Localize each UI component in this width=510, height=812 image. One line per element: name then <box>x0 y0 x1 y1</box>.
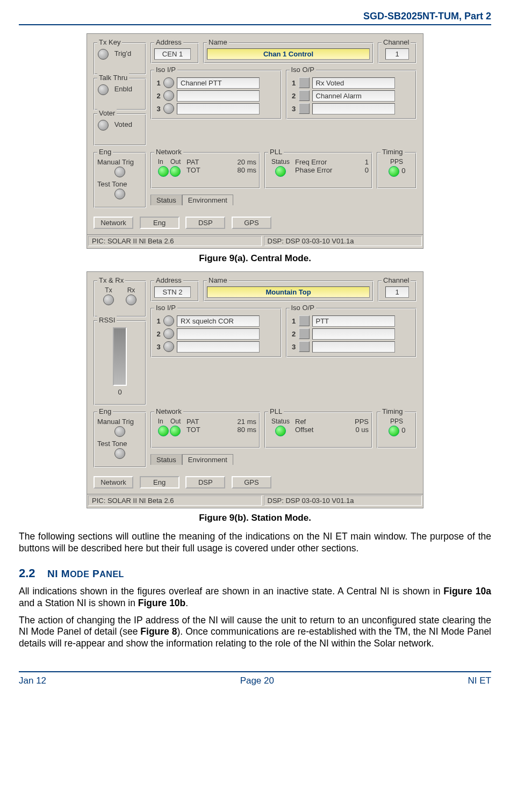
address-title-b: Address <box>154 276 183 284</box>
isoip-b-num3: 3 <box>154 343 163 351</box>
address-value-b: STN 2 <box>154 286 191 298</box>
channel-title-b: Channel <box>382 276 411 284</box>
isoop-b-val3 <box>312 341 395 353</box>
paragraph-3: The action of changing the IP address of… <box>19 615 491 650</box>
isoop-led3 <box>299 103 310 114</box>
figure-b-caption: Figure 9(b). Station Mode. <box>19 513 491 523</box>
tx-led <box>103 294 114 305</box>
network-title: Network <box>154 148 183 156</box>
isoip-num2: 2 <box>154 92 163 100</box>
pll-title: PLL <box>268 148 284 156</box>
network-title-b: Network <box>154 407 183 415</box>
isoop-b-val2 <box>312 328 395 340</box>
btn-dsp-b[interactable]: DSP <box>185 476 225 488</box>
btn-gps[interactable]: GPS <box>232 217 271 229</box>
txkey-label: Trig'd <box>114 49 132 58</box>
timing-val: 0 <box>401 167 405 175</box>
timing-title-b: Timing <box>380 407 405 415</box>
eng-mt-b: Manual Trig <box>97 418 142 426</box>
net-tot-lbl: TOT <box>186 166 200 174</box>
isoop-num1: 1 <box>290 79 298 87</box>
isoip-b-num2: 2 <box>154 330 163 338</box>
isoip-val1: Channel PTT <box>177 77 260 89</box>
timing-led <box>389 166 399 177</box>
isoop-b-led3 <box>299 341 310 352</box>
net-pat-val-b: 21 ms <box>238 418 256 426</box>
isoip-title-b: Iso I/P <box>154 304 177 312</box>
btn-network-b[interactable]: Network <box>94 476 133 488</box>
txkey-title: Tx Key <box>97 38 122 46</box>
tx-lbl: Tx <box>103 286 114 294</box>
isoop-num3: 3 <box>290 105 298 113</box>
figure-b-window: Tx & Rx Tx Rx RSSI 0 <box>87 271 423 508</box>
isoop-num2: 2 <box>290 92 298 100</box>
tab-environment[interactable]: Environment <box>182 195 233 205</box>
talkthru-title: Talk Thru <box>97 74 129 82</box>
tab-status[interactable]: Status <box>150 195 182 205</box>
timing-led-b <box>389 426 399 436</box>
eng-test-tone: Test Tone <box>97 180 142 188</box>
pll-status-lbl: Status <box>268 158 293 166</box>
isoop-led2 <box>299 90 310 101</box>
tab-status-b[interactable]: Status <box>150 454 182 465</box>
section-title: NI MODE PANEL <box>47 568 124 579</box>
net-pat-val: 20 ms <box>238 158 256 166</box>
voter-label: Voted <box>114 120 132 128</box>
isoip-b-led1 <box>163 315 174 326</box>
txkey-led <box>98 49 109 60</box>
isoop-b-val1: PTT <box>312 315 395 327</box>
isoip-num3: 3 <box>154 105 163 113</box>
eng-title-b: Eng <box>97 407 113 415</box>
footer-center: Page 20 <box>240 676 274 686</box>
pll-l2-b: Offset <box>295 426 313 434</box>
net-out-lbl: Out <box>170 158 181 166</box>
footer-right: NI ET <box>468 676 491 686</box>
isoip-val2 <box>177 90 260 102</box>
net-tot-val: 80 ms <box>238 166 256 174</box>
btn-network[interactable]: Network <box>94 217 133 229</box>
isoop-val3 <box>312 103 395 114</box>
isoop-led1 <box>299 77 310 88</box>
btn-gps-b[interactable]: GPS <box>232 476 271 488</box>
address-value: CEN 1 <box>154 48 191 60</box>
pll-v1-b: PPS <box>355 418 369 426</box>
isoop-b-num2: 2 <box>290 330 298 338</box>
btn-eng[interactable]: Eng <box>140 217 179 229</box>
eng-title: Eng <box>97 148 113 156</box>
name-title: Name <box>207 38 229 46</box>
name-value-b: Mountain Top <box>207 286 370 298</box>
net-out-led-b <box>170 426 181 436</box>
isoip-b-val2 <box>177 328 260 340</box>
isoip-led3 <box>163 103 174 114</box>
eng-tt-led[interactable] <box>114 189 125 199</box>
timing-pps-lbl: PPS <box>380 158 413 166</box>
rx-led <box>126 294 137 305</box>
tab-environment-b[interactable]: Environment <box>182 454 233 465</box>
rssi-bar <box>113 327 127 386</box>
eng-mt-led[interactable] <box>114 167 125 177</box>
eng-tt-led-b[interactable] <box>114 448 125 459</box>
net-tot-lbl-b: TOT <box>186 426 200 434</box>
net-in-led <box>158 166 169 177</box>
talkthru-led <box>98 84 109 95</box>
statusbar-dsp: DSP: DSP 03-03-10 V01.1a <box>264 236 422 246</box>
pll-status-lbl-b: Status <box>268 418 293 425</box>
doc-footer: Jan 12 Page 20 NI ET <box>19 671 491 686</box>
eng-mt-led-b[interactable] <box>114 426 125 437</box>
rssi-title: RSSI <box>97 316 117 324</box>
isoip-b-led2 <box>163 328 174 339</box>
name-value: Chan 1 Control <box>207 48 370 60</box>
channel-value: 1 <box>385 48 409 60</box>
isoip-title: Iso I/P <box>154 66 177 74</box>
btn-eng-b[interactable]: Eng <box>140 476 179 488</box>
statusbar-pic: PIC: SOLAR II NI Beta 2.6 <box>88 236 262 246</box>
btn-dsp[interactable]: DSP <box>185 217 225 229</box>
isoip-led1 <box>163 77 174 88</box>
voter-led <box>98 120 109 131</box>
isoop-title: Iso O/P <box>290 66 316 74</box>
isoop-val2: Channel Alarm <box>312 90 395 102</box>
isoip-b-val3 <box>177 341 260 353</box>
net-pat-lbl: PAT <box>186 158 199 166</box>
channel-title: Channel <box>382 38 411 46</box>
isoop-b-led2 <box>299 328 310 339</box>
